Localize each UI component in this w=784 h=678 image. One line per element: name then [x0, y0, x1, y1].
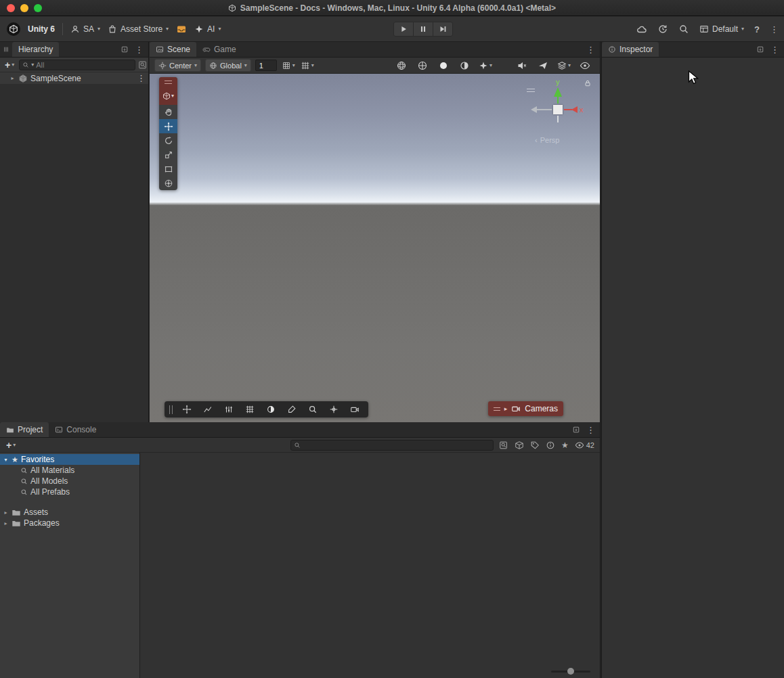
- project-search-field[interactable]: [290, 440, 494, 451]
- transform-tool[interactable]: [159, 176, 177, 190]
- item-menu-icon[interactable]: ⋮: [137, 73, 146, 83]
- hierarchy-search-field[interactable]: ▾: [19, 60, 135, 70]
- half-sphere-icon[interactable]: [457, 59, 472, 72]
- cameras-overlay-handle[interactable]: [494, 407, 500, 411]
- gizmo-center-cube[interactable]: [553, 105, 563, 114]
- project-content-area[interactable]: [140, 453, 600, 678]
- slider-knob[interactable]: [567, 668, 574, 675]
- expand-icon[interactable]: ▸: [3, 520, 9, 526]
- orientation-overlay-icon[interactable]: [260, 403, 281, 416]
- tree-item-all-materials[interactable]: All Materials: [0, 465, 139, 476]
- tab-game[interactable]: Game: [196, 42, 242, 57]
- view-tool-dropdown[interactable]: ▾: [159, 87, 177, 105]
- panel-menu-icon[interactable]: ⋮: [586, 45, 595, 55]
- tag-icon[interactable]: [530, 440, 540, 450]
- layers-dropdown[interactable]: ▾: [557, 59, 571, 72]
- overlay-toolbar-handle[interactable]: [169, 405, 173, 414]
- history-icon[interactable]: [657, 24, 668, 35]
- thumbnail-zoom-slider[interactable]: [551, 667, 590, 675]
- expand-icon[interactable]: ▾: [3, 457, 9, 463]
- neg-x-axis-cone[interactable]: [531, 106, 537, 113]
- gizmo-lock-icon[interactable]: [584, 79, 592, 87]
- snap-overlay-icon[interactable]: [323, 403, 344, 416]
- tab-inspector[interactable]: Inspector: [602, 42, 659, 57]
- panel-menu-icon[interactable]: ⋮: [135, 45, 144, 55]
- minimize-button[interactable]: [20, 4, 28, 12]
- skybox-globe-icon[interactable]: [415, 59, 430, 72]
- open-search-icon[interactable]: [138, 60, 148, 70]
- dock-icon[interactable]: [121, 45, 129, 53]
- star-icon[interactable]: ★: [561, 440, 569, 450]
- tab-project[interactable]: Project: [0, 422, 49, 437]
- close-button[interactable]: [7, 4, 15, 12]
- grid-size-input[interactable]: [255, 60, 277, 71]
- cameras-overlay[interactable]: ▸ Cameras: [488, 401, 563, 416]
- hierarchy-search-input[interactable]: [36, 61, 132, 69]
- visibility-counter[interactable]: 42: [575, 440, 594, 450]
- zoom-button[interactable]: [34, 4, 42, 12]
- scale-tool[interactable]: [159, 148, 177, 162]
- paper-plane-icon[interactable]: [536, 59, 550, 72]
- info-icon[interactable]: [546, 440, 555, 450]
- shading-sphere-icon[interactable]: [394, 59, 409, 72]
- eye-icon[interactable]: [578, 59, 592, 72]
- tab-hierarchy[interactable]: Hierarchy: [12, 42, 59, 57]
- projection-toggle[interactable]: ‹ Persp: [535, 136, 559, 144]
- snap-settings-dropdown[interactable]: ▾: [281, 59, 296, 72]
- rotate-tool[interactable]: [159, 133, 177, 148]
- tree-item-favorites[interactable]: ▾ ★ Favorites: [0, 454, 139, 465]
- gizmo-overlay-handle[interactable]: [527, 89, 535, 92]
- audio-mute-icon[interactable]: [515, 59, 529, 72]
- white-sphere-icon[interactable]: [436, 59, 451, 72]
- step-button[interactable]: [433, 22, 453, 37]
- brush-overlay-icon[interactable]: [281, 403, 302, 416]
- panel-menu-icon[interactable]: ⋮: [586, 425, 595, 435]
- tools-overlay-handle[interactable]: [159, 77, 177, 87]
- tree-item-packages[interactable]: ▸ Packages: [0, 518, 139, 528]
- notifications-tray-button[interactable]: [176, 24, 187, 35]
- asset-store-dropdown[interactable]: Asset Store ▾: [108, 24, 169, 34]
- move-tool[interactable]: [159, 119, 177, 133]
- tab-console[interactable]: Console: [49, 422, 102, 437]
- dock-icon[interactable]: [756, 45, 764, 53]
- pivot-dropdown[interactable]: Center ▾: [154, 59, 201, 72]
- toolbar-menu-icon[interactable]: ⋮: [770, 24, 779, 35]
- layout-dropdown[interactable]: Default ▾: [699, 24, 744, 34]
- rect-tool[interactable]: [159, 162, 177, 176]
- project-search-input[interactable]: [303, 441, 490, 449]
- cameras-overlay-icon[interactable]: [344, 403, 365, 416]
- move-overlay-icon[interactable]: [176, 403, 197, 416]
- grid-visibility-dropdown[interactable]: ▾: [300, 59, 315, 72]
- orientation-dropdown[interactable]: Global ▾: [205, 59, 251, 72]
- search-icon[interactable]: [678, 24, 689, 35]
- grid-overlay-icon[interactable]: [239, 403, 260, 416]
- tree-item-all-models[interactable]: All Models: [0, 476, 139, 487]
- panel-menu-icon[interactable]: ⋮: [770, 45, 779, 55]
- hierarchy-item-samplescene[interactable]: ▸ SampleScene ⋮: [0, 72, 148, 84]
- graph-overlay-icon[interactable]: [197, 403, 218, 416]
- y-axis-cone[interactable]: [554, 87, 562, 97]
- play-button[interactable]: [393, 22, 414, 37]
- effects-sparkle-dropdown[interactable]: ▾: [478, 59, 493, 72]
- open-search-icon[interactable]: [499, 440, 508, 450]
- hand-tool[interactable]: [159, 105, 177, 119]
- sliders-overlay-icon[interactable]: [218, 403, 239, 416]
- ai-dropdown[interactable]: AI ▾: [194, 24, 221, 34]
- account-dropdown[interactable]: SA ▾: [70, 24, 100, 34]
- scene-viewport[interactable]: ▾: [150, 74, 600, 422]
- package-icon[interactable]: [515, 440, 524, 450]
- help-icon[interactable]: ?: [754, 24, 760, 35]
- tree-item-all-prefabs[interactable]: All Prefabs: [0, 487, 139, 497]
- expand-icon[interactable]: ▸: [9, 75, 16, 81]
- add-asset-button[interactable]: + ▾: [4, 440, 18, 451]
- x-axis-cone[interactable]: [571, 106, 578, 113]
- orientation-gizmo[interactable]: y x ‹ Persp: [527, 79, 589, 152]
- tree-item-assets[interactable]: ▸ Assets: [0, 507, 139, 518]
- search-overlay-icon[interactable]: [302, 403, 323, 416]
- tab-scene[interactable]: Scene: [150, 42, 196, 57]
- add-object-button[interactable]: + ▾: [3, 60, 16, 70]
- expand-icon[interactable]: ▸: [3, 510, 9, 516]
- cloud-icon[interactable]: [636, 24, 647, 35]
- dock-icon[interactable]: [572, 426, 580, 434]
- pause-button[interactable]: [413, 22, 433, 37]
